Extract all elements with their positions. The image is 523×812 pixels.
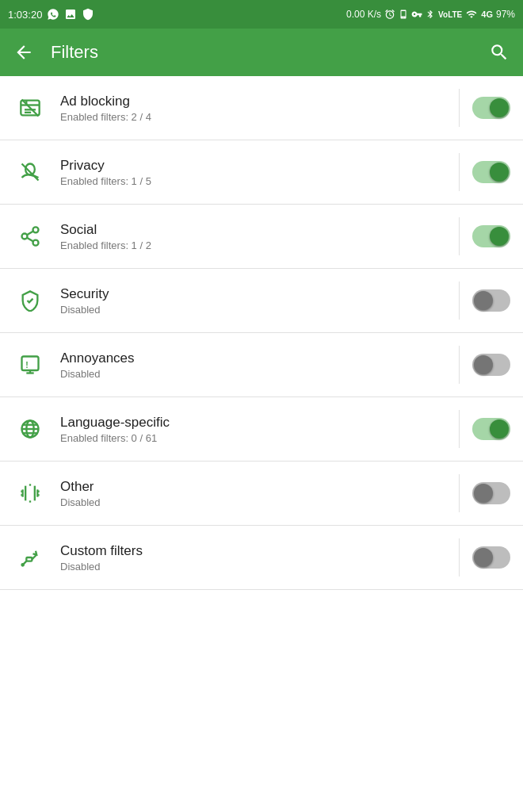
filter-item-other[interactable]: Other Disabled [0,462,523,526]
filter-text-language: Language-specific Enabled filters: 0 / 6… [60,415,446,444]
filter-item-privacy[interactable]: Privacy Enabled filters: 1 / 5 [0,140,523,205]
filter-text-ad-blocking: Ad blocking Enabled filters: 2 / 4 [60,94,446,123]
toggle-knob-other [474,484,493,503]
annoyances-icon: ! [13,347,48,382]
gallery-icon [64,8,77,21]
filter-text-social: Social Enabled filters: 1 / 2 [60,222,446,251]
alarm-icon [384,9,395,20]
svg-rect-13 [22,357,39,371]
filter-name-social: Social [60,222,446,238]
toggle-annoyances[interactable] [472,354,510,376]
custom-filters-icon [13,540,48,575]
key-icon [411,9,422,20]
toggle-knob-custom [474,548,493,567]
divider-custom [459,538,460,576]
filter-name-privacy: Privacy [60,158,446,174]
svg-point-8 [33,227,39,232]
toggle-knob-language [490,419,509,439]
toggle-social[interactable] [472,225,510,247]
other-icon [13,476,48,511]
toggle-custom[interactable] [472,546,510,569]
toggle-security[interactable] [472,289,510,312]
filter-subtitle-social: Enabled filters: 1 / 2 [60,239,446,251]
app-bar: Filters [0,29,523,76]
back-button[interactable] [13,41,35,63]
filter-item-custom[interactable]: Custom filters Disabled [0,526,523,590]
social-icon [13,219,48,254]
divider-privacy [459,153,460,191]
toggle-privacy[interactable] [472,161,510,183]
filter-list: Ad blocking Enabled filters: 2 / 4 Priva… [0,76,523,590]
network-speed: 0.00 K/s [346,9,381,20]
status-bar: 1:03:20 0.00 K/s VoLTE 4G 97% [0,0,523,29]
divider-social [459,217,460,255]
network-type: 4G [481,10,493,19]
divider-language [459,410,460,448]
filter-item-ad-blocking[interactable]: Ad blocking Enabled filters: 2 / 4 [0,76,523,140]
battery-level: 97% [496,9,515,20]
volte-label: VoLTE [438,10,462,19]
status-time: 1:03:20 [8,9,42,21]
signal-icon [465,9,478,20]
filter-item-language[interactable]: Language-specific Enabled filters: 0 / 6… [0,397,523,462]
filter-subtitle-other: Disabled [60,496,446,508]
toggle-knob-ad-blocking [490,98,509,117]
svg-rect-30 [26,557,32,561]
phone-icon [399,9,408,20]
svg-text:!: ! [25,360,29,370]
toggle-knob-security [474,291,493,310]
filter-name-ad-blocking: Ad blocking [60,94,446,109]
svg-line-5 [22,100,39,117]
language-icon [13,412,48,446]
search-button[interactable] [488,41,510,63]
toggle-knob-privacy [490,163,509,182]
divider-other [459,474,460,512]
shield-status-icon [82,8,94,21]
privacy-icon [13,155,48,190]
filter-text-privacy: Privacy Enabled filters: 1 / 5 [60,158,446,187]
page-title: Filters [51,42,488,63]
status-left: 1:03:20 [8,8,94,21]
filter-subtitle-privacy: Enabled filters: 1 / 5 [60,175,446,187]
status-right: 0.00 K/s VoLTE 4G 97% [346,9,515,20]
filter-item-security[interactable]: Security Disabled [0,269,523,333]
filter-name-language: Language-specific [60,415,446,431]
security-icon [13,283,48,318]
toggle-knob-social [490,227,509,246]
filter-item-social[interactable]: Social Enabled filters: 1 / 2 [0,205,523,269]
filter-subtitle-security: Disabled [60,304,446,316]
filter-subtitle-language: Enabled filters: 0 / 61 [60,432,446,444]
bluetooth-icon [426,9,435,20]
svg-point-31 [22,564,24,565]
ad-blocking-icon [13,90,48,125]
filter-item-annoyances[interactable]: ! Annoyances Disabled [0,333,523,397]
filter-text-security: Security Disabled [60,286,446,316]
filter-text-other: Other Disabled [60,479,446,508]
filter-text-annoyances: Annoyances Disabled [60,350,446,380]
divider-security [459,282,460,320]
toggle-ad-blocking[interactable] [472,97,510,119]
toggle-other[interactable] [472,482,510,504]
svg-point-9 [22,234,28,239]
filter-name-other: Other [60,479,446,495]
svg-line-12 [27,232,33,236]
filter-text-custom: Custom filters Disabled [60,543,446,573]
filter-name-custom: Custom filters [60,543,446,559]
filter-subtitle-ad-blocking: Enabled filters: 2 / 4 [60,111,446,123]
filter-name-annoyances: Annoyances [60,350,446,366]
filter-subtitle-annoyances: Disabled [60,368,446,380]
svg-line-7 [22,164,39,181]
divider-annoyances [459,346,460,384]
toggle-language[interactable] [472,418,510,440]
whatsapp-icon [47,8,59,21]
toggle-knob-annoyances [474,355,493,374]
svg-point-10 [33,240,39,246]
filter-name-security: Security [60,286,446,302]
filter-subtitle-custom: Disabled [60,561,446,573]
divider-ad-blocking [459,89,460,127]
svg-line-11 [27,238,33,242]
